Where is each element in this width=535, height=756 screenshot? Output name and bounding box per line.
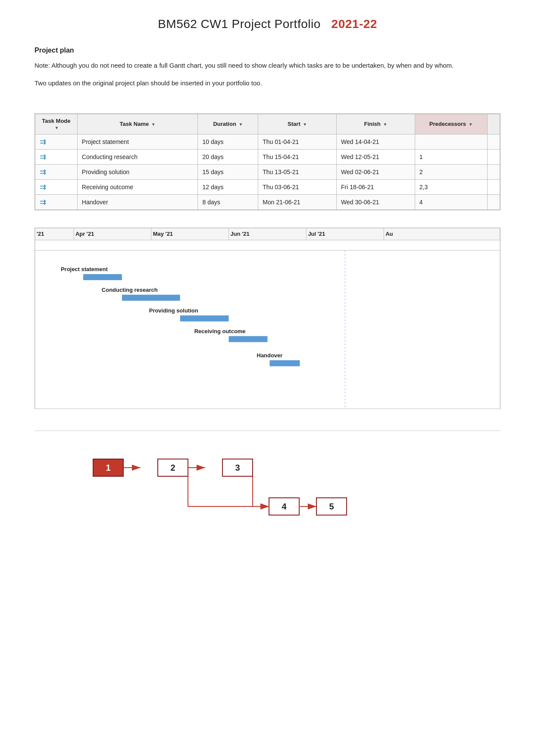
predecessors-cell: 2 (415, 164, 487, 179)
col-header-task-mode[interactable]: Task Mode ▼ (35, 114, 78, 134)
duration-cell: 20 days (198, 149, 258, 164)
col-header-finish[interactable]: Finish ▼ (337, 114, 415, 134)
note-text: Note: Although you do not need to create… (34, 60, 501, 70)
svg-rect-14 (35, 240, 500, 250)
predecessors-cell (415, 134, 487, 149)
task-name-cell: Providing solution (77, 164, 198, 179)
task-mode-icon: ⇉ (40, 138, 46, 146)
duration-cell: 10 days (198, 134, 258, 149)
dropdown-arrow-start: ▼ (303, 122, 307, 127)
updates-text: Two updates on the original project plan… (34, 78, 501, 88)
section-heading: Project plan (34, 47, 501, 54)
col-header-task-name[interactable]: Task Name ▼ (77, 114, 198, 134)
svg-text:Apr '21: Apr '21 (75, 230, 94, 237)
svg-rect-19 (122, 294, 180, 300)
finish-cell: Wed 12-05-21 (337, 149, 415, 164)
predecessors-cell: 4 (415, 194, 487, 209)
gantt-table-wrapper: Task Mode ▼ Task Name ▼ Duration ▼ Start… (34, 113, 501, 210)
svg-text:Jul '21: Jul '21 (308, 230, 325, 237)
start-cell: Thu 03-06-21 (258, 179, 337, 194)
svg-text:Au: Au (385, 230, 393, 237)
table-row: ⇉ Handover 8 days Mon 21-06-21 Wed 30-06… (35, 194, 500, 209)
task-mode-cell: ⇉ (35, 149, 78, 164)
svg-rect-23 (229, 336, 268, 342)
svg-text:May '21: May '21 (153, 230, 173, 237)
svg-rect-1 (35, 228, 500, 240)
extra-cell (487, 149, 500, 164)
svg-text:'21: '21 (37, 230, 44, 237)
svg-text:Handover: Handover (257, 352, 283, 358)
svg-text:Conducting research: Conducting research (102, 286, 158, 293)
year-highlight: 2021-22 (332, 17, 377, 31)
node-5-label: 5 (329, 502, 334, 511)
col-header-extra (487, 114, 500, 134)
node-2-label: 2 (170, 463, 175, 472)
gantt-table: Task Mode ▼ Task Name ▼ Duration ▼ Start… (35, 114, 500, 210)
start-cell: Thu 13-05-21 (258, 164, 337, 179)
svg-rect-0 (35, 228, 500, 409)
dropdown-arrow-mode: ▼ (54, 125, 59, 130)
duration-cell: 15 days (198, 164, 258, 179)
predecessors-cell: 2,3 (415, 179, 487, 194)
table-row: ⇉ Receiving outcome 12 days Thu 03-06-21… (35, 179, 500, 194)
table-row: ⇉ Providing solution 15 days Thu 13-05-2… (35, 164, 500, 179)
task-mode-icon: ⇉ (40, 168, 46, 176)
gantt-chart-wrapper: '21 Apr '21 May '21 Jun '21 Jul '21 Au P… (34, 228, 501, 409)
svg-text:Project statement: Project statement (61, 266, 108, 272)
gantt-chart-svg: '21 Apr '21 May '21 Jun '21 Jul '21 Au P… (35, 228, 500, 409)
node-4-label: 4 (282, 502, 287, 511)
finish-cell: Wed 14-04-21 (337, 134, 415, 149)
extra-cell (487, 134, 500, 149)
task-mode-icon: ⇉ (40, 153, 46, 161)
title-text: BM562 CW1 Project Portfolio (158, 17, 321, 31)
task-name-cell: Receiving outcome (77, 179, 198, 194)
col-header-start[interactable]: Start ▼ (258, 114, 337, 134)
duration-cell: 8 days (198, 194, 258, 209)
page-title: BM562 CW1 Project Portfolio 2021-22 (34, 17, 501, 31)
extra-cell (487, 194, 500, 209)
finish-cell: Wed 02-06-21 (337, 164, 415, 179)
start-cell: Mon 21-06-21 (258, 194, 337, 209)
col-header-predecessors[interactable]: Predecessors ▼ (415, 114, 487, 134)
network-diagram-wrapper: 1 2 3 4 5 (34, 431, 501, 551)
node-3-label: 3 (235, 463, 240, 472)
start-cell: Thu 01-04-21 (258, 134, 337, 149)
duration-cell: 12 days (198, 179, 258, 194)
task-mode-cell: ⇉ (35, 134, 78, 149)
extra-cell (487, 164, 500, 179)
extra-cell (487, 179, 500, 194)
table-row: ⇉ Project statement 10 days Thu 01-04-21… (35, 134, 500, 149)
network-diagram-svg: 1 2 3 4 5 (74, 444, 462, 547)
dropdown-arrow-name: ▼ (151, 122, 156, 127)
task-name-cell: Project statement (77, 134, 198, 149)
svg-text:Jun '21: Jun '21 (231, 230, 250, 237)
svg-rect-25 (269, 360, 300, 366)
task-name-cell: Handover (77, 194, 198, 209)
svg-rect-17 (83, 274, 122, 280)
table-row: ⇉ Conducting research 20 days Thu 15-04-… (35, 149, 500, 164)
task-mode-cell: ⇉ (35, 164, 78, 179)
predecessors-cell: 1 (415, 149, 487, 164)
start-cell: Thu 15-04-21 (258, 149, 337, 164)
col-header-duration[interactable]: Duration ▼ (198, 114, 258, 134)
dropdown-arrow-duration: ▼ (238, 122, 243, 127)
task-mode-icon: ⇉ (40, 198, 46, 206)
task-mode-icon: ⇉ (40, 183, 46, 191)
finish-cell: Wed 30-06-21 (337, 194, 415, 209)
finish-cell: Fri 18-06-21 (337, 179, 415, 194)
task-mode-cell: ⇉ (35, 179, 78, 194)
node-1-label: 1 (106, 463, 110, 472)
svg-text:Receiving outcome: Receiving outcome (194, 328, 246, 334)
svg-rect-21 (180, 315, 229, 321)
task-name-cell: Conducting research (77, 149, 198, 164)
dropdown-arrow-finish: ▼ (383, 122, 387, 127)
svg-text:Providing solution: Providing solution (149, 307, 198, 313)
dropdown-arrow-predecessors: ▼ (469, 122, 473, 127)
task-mode-cell: ⇉ (35, 194, 78, 209)
